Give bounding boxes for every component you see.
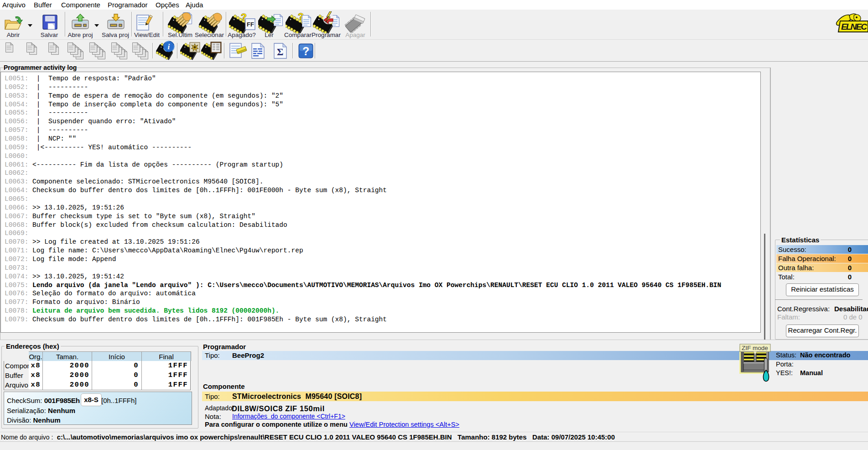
svg-text:ELNEC: ELNEC [841,22,867,31]
svg-text:?: ? [302,45,309,58]
svg-text:Σ: Σ [277,46,283,58]
svg-text:ZIF mode: ZIF mode [742,345,768,351]
svg-text:i: i [168,42,170,51]
svg-text:FF: FF [247,21,254,28]
